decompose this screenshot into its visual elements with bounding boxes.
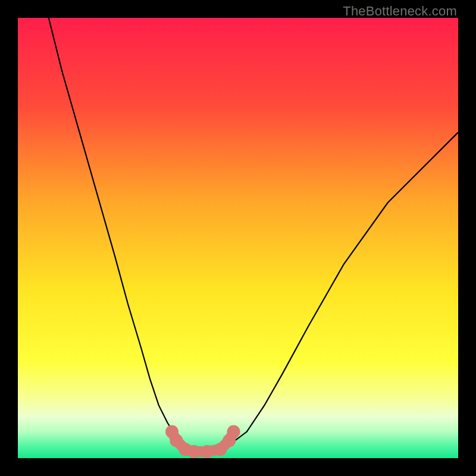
chart-frame: TheBottleneck.com [0, 0, 476, 476]
svg-point-4 [187, 445, 201, 458]
svg-point-5 [201, 445, 214, 458]
minimum-highlight [165, 425, 240, 458]
bottleneck-curve [49, 18, 458, 449]
curve-layer [18, 18, 458, 458]
svg-point-8 [227, 425, 240, 439]
watermark-text: TheBottleneck.com [343, 4, 457, 19]
